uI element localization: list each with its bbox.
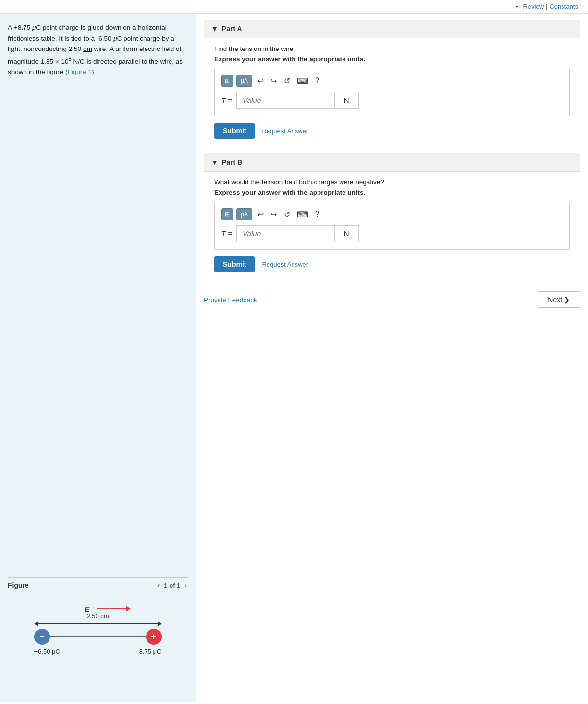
wire-measurement: 2.50 cm − + (13, 621, 183, 645)
part-b-help-btn[interactable]: ? (313, 209, 321, 220)
part-b-question: What would the tension be if both charge… (214, 178, 570, 186)
bottom-bar: Provide Feedback Next ❯ (196, 286, 588, 313)
wire-line (50, 636, 146, 637)
figure-label: Figure (8, 581, 29, 589)
part-a-unit-label: μA (241, 77, 248, 84)
part-a-header[interactable]: ▼ Part A (204, 20, 580, 38)
part-a-express-label: Express your answer with the appropriate… (214, 55, 570, 63)
part-b-title: Part B (222, 158, 242, 166)
part-a-redo-btn[interactable]: ↪ (269, 75, 279, 87)
negative-sign: − (39, 632, 45, 642)
figure-page-indicator: 1 of 1 (164, 582, 180, 589)
figure-section: Figure ‹ 1 of 1 › E→ (8, 577, 188, 702)
charges-row: − + (34, 629, 162, 645)
part-a-input-row: T = N (221, 92, 563, 109)
part-b-redo-btn[interactable]: ↪ (269, 209, 279, 220)
part-a-section: ▼ Part A Find the tension in the wire. E… (204, 20, 580, 147)
part-a-unit-btn[interactable]: μA (236, 75, 252, 87)
figure-prev-button[interactable]: ‹ (157, 581, 161, 589)
part-a-value-input[interactable] (236, 92, 334, 109)
part-a-action-row: Submit Request Answer (214, 123, 570, 139)
part-b-chevron: ▼ (211, 158, 218, 166)
review-link[interactable]: Review (523, 3, 544, 10)
figure-link[interactable]: Figure 1 (68, 68, 92, 75)
e-field-arrow (97, 606, 131, 612)
problem-text: A +8.75 μC point charge is glued down on… (8, 23, 188, 77)
figure-diagram: E→ 2.50 cm (8, 594, 188, 702)
positive-charge: + (146, 629, 162, 645)
wire-length-label: 2.50 cm (86, 612, 109, 620)
part-a-refresh-btn[interactable]: ↺ (282, 75, 292, 87)
part-a-question: Find the tension in the wire. (214, 45, 570, 52)
part-b-refresh-btn[interactable]: ↺ (282, 209, 292, 220)
part-a-undo-btn[interactable]: ↩ (255, 75, 266, 87)
part-b-request-link[interactable]: Request Answer (262, 261, 308, 268)
part-a-content: Find the tension in the wire. Express yo… (204, 38, 580, 147)
grid-icon: ▪ (516, 3, 518, 10)
part-b-var-label: T = (221, 229, 232, 238)
part-a-request-link[interactable]: Request Answer (262, 127, 308, 135)
part-b-unit-box: N (334, 225, 359, 242)
next-button[interactable]: Next ❯ (538, 291, 580, 308)
part-a-chevron: ▼ (211, 25, 218, 33)
part-a-var-label: T = (221, 96, 232, 104)
figure-header: Figure ‹ 1 of 1 › (8, 581, 188, 591)
main-layout: A +8.75 μC point charge is glued down on… (0, 14, 588, 702)
charge-labels-row: −6.50 μC 8.75 μC (34, 648, 162, 655)
part-b-action-row: Submit Request Answer (214, 256, 570, 272)
negative-charge-label: −6.50 μC (34, 648, 60, 655)
left-panel: A +8.75 μC point charge is glued down on… (0, 14, 196, 702)
part-b-submit-button[interactable]: Submit (214, 256, 255, 272)
part-b-undo-btn[interactable]: ↩ (255, 209, 266, 220)
part-b-header[interactable]: ▼ Part B (204, 153, 580, 172)
part-a-keyboard-btn[interactable]: ⌨ (295, 75, 310, 87)
part-b-toolbar: ⊞ μA ↩ ↪ ↺ ⌨ ? (221, 208, 563, 220)
part-b-value-input[interactable] (236, 225, 334, 242)
part-b-unit-label: μA (241, 211, 248, 218)
part-a-answer-box: ⊞ μA ↩ ↪ ↺ ⌨ ? T = N (214, 69, 570, 116)
part-b-content: What would the tension be if both charge… (204, 172, 580, 280)
part-a-title: Part A (222, 25, 242, 33)
part-a-help-btn[interactable]: ? (313, 75, 321, 86)
constants-link[interactable]: Constants (549, 3, 578, 10)
part-a-matrix-btn[interactable]: ⊞ (221, 75, 233, 87)
part-b-express-label: Express your answer with the appropriate… (214, 189, 570, 196)
part-b-keyboard-btn[interactable]: ⌨ (295, 209, 310, 220)
part-a-unit-box: N (334, 92, 359, 109)
negative-charge: − (34, 629, 50, 645)
part-a-toolbar: ⊞ μA ↩ ↪ ↺ ⌨ ? (221, 75, 563, 87)
positive-charge-label: 8.75 μC (139, 648, 162, 655)
part-b-input-row: T = N (221, 225, 563, 242)
part-b-section: ▼ Part B What would the tension be if bo… (204, 153, 580, 280)
positive-sign: + (151, 632, 156, 642)
measurement-row: 2.50 cm (34, 621, 162, 626)
part-b-answer-box: ⊞ μA ↩ ↪ ↺ ⌨ ? T = N (214, 202, 570, 250)
part-b-matrix-btn[interactable]: ⊞ (221, 208, 233, 220)
part-b-unit-btn[interactable]: μA (236, 208, 252, 220)
right-panel: ▼ Part A Find the tension in the wire. E… (196, 14, 588, 702)
figure-nav: ‹ 1 of 1 › (157, 581, 188, 589)
provide-feedback-link[interactable]: Provide Feedback (204, 296, 257, 303)
figure-next-button[interactable]: › (183, 581, 188, 589)
top-bar: ▪ Review | Constants (0, 0, 588, 14)
part-a-submit-button[interactable]: Submit (214, 123, 255, 139)
